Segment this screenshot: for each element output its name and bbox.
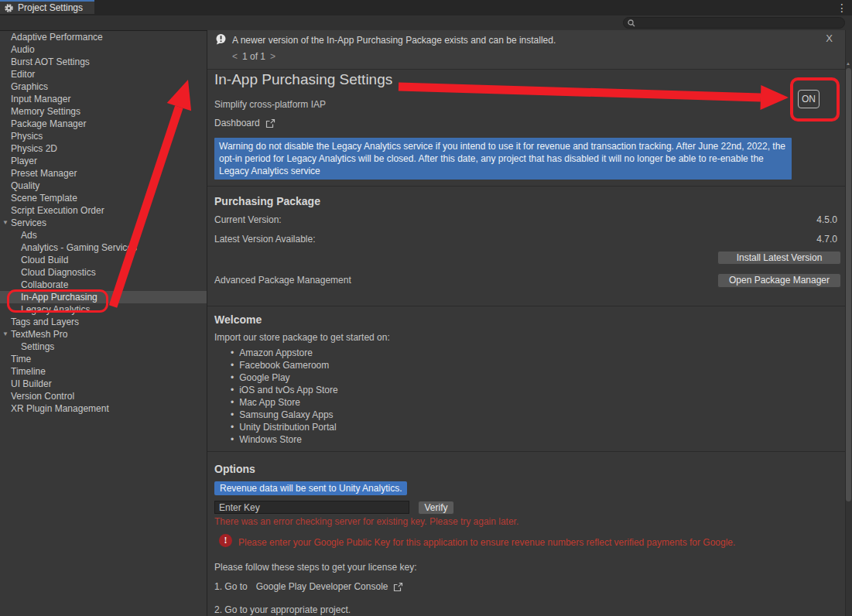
- open-package-manager-button[interactable]: Open Package Manager: [717, 273, 841, 288]
- pager-prev-icon[interactable]: <: [232, 51, 238, 62]
- sidebar-item-label: Tags and Layers: [11, 317, 79, 327]
- store-list-item: Amazon Appstore: [231, 347, 338, 359]
- sidebar-item-time[interactable]: Time: [0, 353, 207, 365]
- sidebar-item-tags-and-layers[interactable]: Tags and Layers: [0, 316, 207, 328]
- sidebar-item-player[interactable]: Player: [0, 155, 207, 167]
- scrollbar-thumb[interactable]: [846, 68, 851, 501]
- expander-icon[interactable]: ▼: [2, 328, 9, 341]
- sidebar-item-physics-2d[interactable]: Physics 2D: [0, 142, 207, 155]
- sidebar-item-label: Physics: [11, 131, 43, 142]
- tab-project-settings[interactable]: Project Settings: [0, 0, 94, 14]
- welcome-intro: Import our store package to get started …: [214, 332, 390, 343]
- store-list-item: Unity Distribution Portal: [231, 421, 338, 433]
- store-list-item: Mac App Store: [231, 396, 338, 409]
- gear-icon: [4, 3, 14, 13]
- license-step-1: 1. Go to Google Play Developer Console: [214, 581, 403, 592]
- sidebar-item-label: Script Execution Order: [11, 205, 104, 216]
- sidebar-item-label: Cloud Build: [21, 255, 68, 265]
- external-link-icon: [393, 582, 403, 592]
- store-list-item: Google Play: [231, 371, 338, 384]
- kebab-menu-icon[interactable]: ⋮: [837, 1, 847, 15]
- sidebar-item-label: Editor: [11, 69, 35, 80]
- toolbar: [0, 15, 852, 31]
- sidebar-item-physics[interactable]: Physics: [0, 130, 207, 142]
- sidebar-item-quality[interactable]: Quality: [0, 180, 207, 192]
- sidebar-item-legacy-analytics[interactable]: Legacy Analytics: [0, 303, 207, 316]
- sidebar-item-ui-builder[interactable]: UI Builder: [0, 378, 207, 390]
- latest-version-label: Latest Version Available:: [214, 234, 316, 245]
- close-icon[interactable]: X: [826, 33, 833, 44]
- expander-icon[interactable]: ▼: [2, 217, 9, 229]
- iap-on-toggle-button[interactable]: ON: [798, 90, 819, 108]
- advanced-package-management-label: Advanced Package Management: [214, 275, 351, 286]
- sidebar-item-label: Legacy Analytics: [21, 304, 90, 315]
- sidebar-item-ads[interactable]: Ads: [0, 229, 207, 241]
- sidebar-item-label: Quality: [11, 180, 39, 191]
- page-subtitle: Simplify cross-platform IAP: [214, 99, 326, 110]
- sidebar-item-audio[interactable]: Audio: [0, 43, 207, 56]
- sidebar-item-label: Package Manager: [11, 118, 86, 129]
- sidebar-item-editor[interactable]: Editor: [0, 68, 207, 80]
- search-box[interactable]: [623, 17, 845, 29]
- sidebar-item-adaptive-performance[interactable]: Adaptive Performance: [0, 31, 207, 43]
- sidebar-item-collaborate[interactable]: Collaborate: [0, 279, 207, 291]
- sidebar-item-cloud-diagnostics[interactable]: Cloud Diagnostics: [0, 266, 207, 279]
- options-heading: Options: [214, 463, 255, 475]
- sidebar-item-label: Player: [11, 156, 37, 166]
- banner-pager: < 1 of 1 >: [232, 51, 275, 62]
- pager-text: 1 of 1: [242, 51, 265, 62]
- sidebar-item-scene-template[interactable]: Scene Template: [0, 192, 207, 204]
- sidebar-item-services[interactable]: ▼Services: [0, 217, 207, 229]
- sidebar-item-label: Version Control: [11, 391, 74, 402]
- sidebar-item-textmesh-pro[interactable]: ▼TextMesh Pro: [0, 328, 207, 341]
- google-play-console-link[interactable]: Google Play Developer Console: [256, 581, 388, 592]
- latest-version-value: 4.7.0: [672, 234, 837, 245]
- sidebar-item-in-app-purchasing[interactable]: In-App Purchasing: [0, 291, 207, 303]
- sidebar-item-xr-plugin-management[interactable]: XR Plugin Management: [0, 402, 207, 415]
- install-latest-version-button[interactable]: Install Latest Version: [717, 251, 841, 265]
- sidebar-item-memory-settings[interactable]: Memory Settings: [0, 105, 207, 118]
- store-list-item: Samsung Galaxy Apps: [231, 409, 338, 421]
- section-divider: [207, 451, 845, 452]
- purchasing-package-heading: Purchasing Package: [214, 195, 320, 207]
- search-icon: [628, 19, 635, 27]
- vertical-scrollbar[interactable]: ▲: [845, 30, 852, 616]
- alert-bubble-icon: [215, 33, 227, 47]
- settings-sidebar: Adaptive PerformanceAudioBurst AOT Setti…: [0, 31, 207, 616]
- verify-button[interactable]: Verify: [418, 501, 454, 515]
- window-title: Project Settings: [18, 2, 83, 13]
- dashboard-link[interactable]: Dashboard: [214, 118, 275, 128]
- google-key-input[interactable]: [214, 501, 409, 514]
- sidebar-item-version-control[interactable]: Version Control: [0, 390, 207, 402]
- sidebar-item-graphics[interactable]: Graphics: [0, 80, 207, 93]
- key-check-error-text: There was an error checking server for e…: [214, 516, 518, 527]
- external-link-icon: [265, 118, 275, 128]
- sidebar-item-cloud-build[interactable]: Cloud Build: [0, 254, 207, 266]
- sidebar-item-label: Input Manager: [11, 94, 70, 104]
- sidebar-item-label: Memory Settings: [11, 106, 80, 117]
- sidebar-item-package-manager[interactable]: Package Manager: [0, 118, 207, 130]
- sidebar-item-preset-manager[interactable]: Preset Manager: [0, 167, 207, 180]
- sidebar-item-label: Timeline: [11, 366, 46, 377]
- sidebar-item-burst-aot-settings[interactable]: Burst AOT Settings: [0, 56, 207, 68]
- sidebar-item-timeline[interactable]: Timeline: [0, 365, 207, 378]
- revenue-note-highlight: Revenue data will be sent to Unity Analy…: [214, 481, 407, 495]
- sidebar-item-label: Collaborate: [21, 279, 68, 290]
- scroll-up-icon[interactable]: ▲: [845, 61, 851, 66]
- pager-next-icon[interactable]: >: [270, 51, 275, 62]
- search-input[interactable]: [638, 18, 835, 29]
- sidebar-item-script-execution-order[interactable]: Script Execution Order: [0, 204, 207, 217]
- sidebar-item-analytics-gaming-services[interactable]: Analytics - Gaming Services: [0, 241, 207, 254]
- legacy-analytics-warning: Warning do not disable the Legacy Analyt…: [214, 138, 792, 180]
- sidebar-item-label: Physics 2D: [11, 143, 57, 154]
- sidebar-item-label: UI Builder: [11, 378, 52, 389]
- google-key-warning-text: Please enter your Google Public Key for …: [238, 537, 834, 548]
- sidebar-item-settings[interactable]: Settings: [0, 341, 207, 353]
- sidebar-item-label: Cloud Diagnostics: [21, 267, 96, 278]
- sidebar-item-label: XR Plugin Management: [11, 403, 109, 414]
- project-settings-window: Project Settings ⋮ Adaptive PerformanceA…: [0, 0, 852, 616]
- main-panel: A newer version of the In-App Purchasing…: [207, 30, 845, 616]
- store-list: Amazon AppstoreFacebook GameroomGoogle P…: [231, 347, 338, 446]
- welcome-heading: Welcome: [214, 313, 262, 326]
- sidebar-item-input-manager[interactable]: Input Manager: [0, 93, 207, 105]
